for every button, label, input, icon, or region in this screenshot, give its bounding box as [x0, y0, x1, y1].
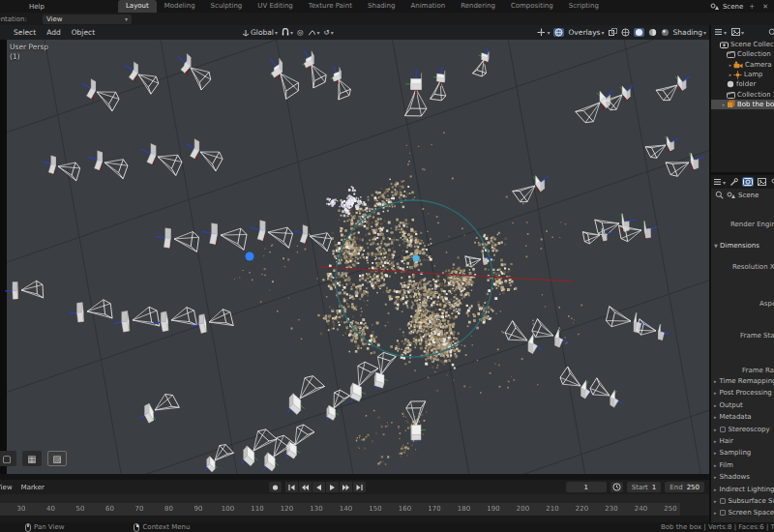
viewport-canvas[interactable]: User Persp (1) ▢ ▦ ▨ [0, 40, 709, 474]
workspace-tab-sculpting[interactable]: Sculpting [203, 0, 251, 13]
workspace-tab-modeling[interactable]: Modeling [157, 0, 203, 13]
menu-view[interactable]: View [0, 484, 13, 491]
outliner-item-camera[interactable]: ▸Camera [711, 60, 774, 70]
tab-view-layer[interactable] [757, 177, 767, 187]
panel-sampling[interactable]: ▸Sampling [714, 449, 751, 457]
menu-add[interactable]: Add [46, 28, 61, 37]
hatch-pattern-button[interactable]: ▨ [47, 451, 67, 466]
panel-output[interactable]: ▸Output [714, 401, 743, 409]
panel-checkbox[interactable] [720, 510, 726, 516]
panel-dimensions[interactable]: ▼ Dimensions [714, 242, 759, 250]
panel-collapsed-icon: ▸ [714, 414, 717, 420]
panel-time-remapping[interactable]: ▸Time Remapping [714, 377, 774, 385]
shading-solid-button[interactable] [634, 28, 644, 37]
outliner-item-label: Lamp [744, 71, 762, 78]
workspace-tab-scripting[interactable]: Scripting [561, 0, 607, 13]
frame-end-field[interactable]: End250 [665, 482, 704, 492]
workspace-tab-rendering[interactable]: Rendering [453, 0, 503, 13]
grid-pattern-button[interactable]: ▦ [22, 451, 42, 466]
current-frame-field[interactable]: 1 [566, 482, 607, 492]
outliner-item-bob-the-box[interactable]: ▸Bob the box [711, 100, 774, 109]
outliner-item-folder[interactable]: folder [711, 79, 774, 89]
orientation-value: View [46, 15, 63, 23]
property-label-render-engine: Render Engine [730, 221, 774, 228]
tab-render[interactable] [742, 177, 754, 187]
new-scene-button[interactable]: + [747, 3, 757, 11]
panel-label: Hair [720, 437, 733, 445]
square-outline-button[interactable]: ▢ [0, 451, 16, 466]
search-icon[interactable] [715, 191, 724, 199]
shading-rendered-button[interactable] [661, 28, 670, 37]
panel-screen-space-reflections[interactable]: ▸Screen Space Reflections [714, 509, 774, 517]
falloff-dropdown[interactable]: ▾ [308, 29, 320, 37]
prev-keyframe-button[interactable] [299, 482, 312, 492]
ruler-frame-number: 70 [135, 505, 144, 513]
panel-collapsed-icon: ▸ [714, 438, 717, 444]
xray-toggle[interactable] [609, 28, 617, 37]
panel-collapsed-icon: ▸ [714, 487, 717, 492]
gizmos-dropdown[interactable]: ▾ [537, 28, 550, 37]
panel-hair[interactable]: ▸Hair [714, 437, 733, 445]
workspace-tab-layout[interactable]: Layout [118, 0, 157, 13]
scene-overlay [0, 40, 709, 474]
proportional-editing-icon[interactable]: ◎ [297, 28, 304, 37]
outliner-item-collection-3[interactable]: Collection 3 [711, 89, 774, 99]
panel-checkbox[interactable] [720, 498, 726, 504]
workspace-tab-animation[interactable]: Animation [402, 0, 453, 13]
menu-select[interactable]: Select [14, 28, 36, 37]
frame-start-field[interactable]: Start1 [627, 482, 662, 492]
overlays-dropdown[interactable]: Overlays ▾ [568, 28, 604, 37]
panel-post-processing[interactable]: ▸Post Processing [714, 389, 772, 397]
panel-metadata[interactable]: ▸Metadata [714, 413, 752, 421]
timeline-track-area[interactable] [0, 494, 709, 503]
cube-icon [727, 100, 735, 108]
panel-checkbox[interactable] [720, 427, 726, 432]
next-keyframe-button[interactable] [340, 482, 352, 492]
workspace-tab-shading[interactable]: Shading [360, 0, 402, 13]
play-reverse-button[interactable] [313, 482, 325, 492]
viewport-header: Select Add Object Global ▾ ▾ ◎ ▾ [0, 25, 709, 40]
panel-film[interactable]: ▸Film [714, 461, 733, 469]
record-button[interactable] [269, 482, 282, 492]
shading-wireframe-button[interactable] [621, 28, 630, 37]
jump-to-start-button[interactable] [285, 482, 298, 492]
editor-type-dropdown[interactable]: ▾ [713, 178, 726, 186]
panel-subsurface-scattering[interactable]: ▸Subsurface Scattering [714, 497, 774, 505]
panel-shadows[interactable]: ▸Shadows [714, 473, 750, 481]
snap-target-dropdown[interactable]: ↺ ▾ [324, 28, 334, 37]
tab-tool[interactable] [729, 177, 739, 188]
panel-expand-icon: ▼ [714, 243, 718, 249]
tab-scene[interactable] [770, 177, 774, 187]
workspace-tab-compositing[interactable]: Compositing [503, 0, 561, 13]
snap-toggle[interactable]: ▾ [282, 28, 293, 37]
outliner-item-collection[interactable]: Collection [711, 49, 774, 59]
workspace-tab-uv-editing[interactable]: UV Editing [250, 0, 301, 13]
display-mode-dropdown[interactable]: ▾ [731, 28, 744, 36]
editor-type-dropdown[interactable]: ▾ [714, 28, 727, 36]
jump-to-end-button[interactable] [353, 482, 366, 492]
close-icon[interactable]: ✕ [760, 3, 770, 11]
outliner-header: ▾ ▾ [711, 25, 774, 39]
scene-name[interactable]: Scene [723, 3, 743, 11]
search-icon[interactable] [768, 28, 774, 37]
timeline-ruler[interactable]: 3040506070809010011012013014015016017018… [0, 503, 709, 516]
panel-label: Post Processing [720, 389, 772, 397]
workspace-tab-texture-paint[interactable]: Texture Paint [301, 0, 360, 13]
play-button[interactable] [326, 482, 339, 492]
shading-dropdown[interactable]: Shading ▾ [673, 28, 706, 37]
ruler-frame-number: 30 [17, 505, 26, 513]
menu-object[interactable]: Object [72, 28, 95, 37]
shading-material-button[interactable] [648, 28, 657, 37]
menu-help[interactable]: Help [29, 3, 45, 11]
properties-editor-icon [713, 178, 722, 186]
timeline-menus: View Marker [0, 484, 45, 491]
use-preview-range-button[interactable] [610, 482, 623, 492]
orientation-global-dropdown[interactable]: Global ▾ [242, 28, 278, 37]
orientation-dropdown[interactable]: View ▾ [43, 15, 132, 24]
menu-marker[interactable]: Marker [21, 484, 45, 491]
panel-stereoscopy[interactable]: ▸Stereoscopy [714, 426, 770, 433]
show-gizmo-toggle[interactable] [553, 28, 564, 37]
panel-indirect-lighting[interactable]: ▸Indirect Lighting [714, 486, 774, 493]
outliner-item-lamp[interactable]: ▸Lamp [711, 70, 774, 79]
outliner-item-scene-collection[interactable]: Scene Collection [711, 40, 774, 49]
